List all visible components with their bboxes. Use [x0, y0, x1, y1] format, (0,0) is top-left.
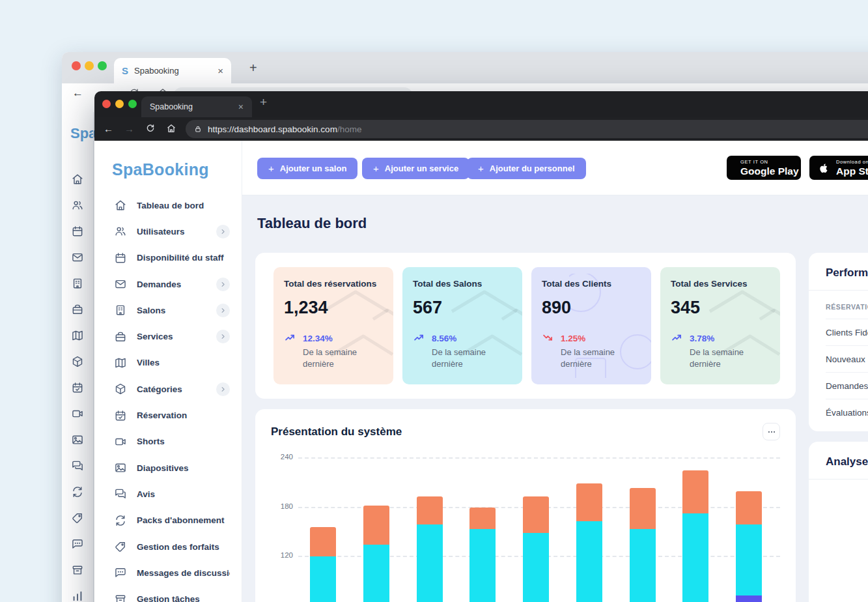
home-icon [71, 173, 84, 186]
y-axis-tick-label: 120 [273, 551, 293, 559]
reload-icon[interactable] [145, 123, 156, 134]
chart-menu-button[interactable] [763, 423, 780, 440]
sidebar-item-mail[interactable]: Demandes [94, 271, 242, 297]
plus-icon: + [373, 163, 379, 174]
sidebar-item-tag[interactable]: Gestion des forfaits [94, 534, 242, 560]
sidebar-item-building[interactable]: Salons [94, 297, 242, 323]
close-window-button[interactable] [72, 61, 81, 70]
users-icon [114, 225, 127, 238]
minimize-window-button[interactable] [115, 100, 124, 108]
image-icon [114, 461, 127, 474]
close-window-button[interactable] [102, 100, 111, 108]
sidebar-item-label: Packs d'abonnement [137, 515, 230, 525]
bar-segment-cyan [469, 529, 496, 602]
expand-chevron[interactable] [216, 304, 230, 317]
sidebar-item-map[interactable]: Villes [94, 350, 242, 376]
tag-icon [114, 540, 127, 553]
minimize-window-button[interactable] [85, 61, 94, 70]
sidebar-item-message-dots[interactable]: Messages de discussion [94, 560, 242, 586]
sidebar-item-refresh[interactable]: Packs d'abonnement [94, 508, 242, 534]
maximize-window-button[interactable] [98, 61, 107, 70]
performance-row: Nouveaux Salons [826, 346, 868, 373]
tag-icon [71, 511, 84, 524]
expand-chevron[interactable] [216, 330, 230, 343]
stat-delta: 3.78% [690, 334, 714, 343]
stat-note: De la semaine dernière [432, 347, 505, 370]
sidebar-item-briefcase[interactable]: Services [94, 323, 242, 349]
video-icon [114, 435, 127, 448]
maximize-window-button[interactable] [128, 100, 137, 108]
back-sidebar-divider [93, 112, 94, 602]
performance-row: Demandes en attente [826, 373, 868, 399]
sidebar-item-label: Catégories [137, 384, 206, 394]
close-tab-icon[interactable]: × [217, 65, 223, 76]
add-button-2[interactable]: +Ajouter un service [362, 158, 469, 179]
back-icon[interactable]: ← [72, 87, 83, 99]
bar-segment-orange [310, 527, 336, 556]
address-bar[interactable]: https://dashboard.spabookin.com/home [186, 120, 868, 138]
sidebar-item-label: Gestion tâches [137, 594, 230, 602]
expand-chevron[interactable] [216, 382, 230, 396]
add-button-3[interactable]: +Ajouter du personnel [467, 158, 586, 179]
bar-segment-orange [630, 488, 656, 529]
bar-group-1 [310, 527, 336, 602]
sidebar-item-label: Réservation [137, 410, 230, 420]
stat-value: 890 [542, 298, 641, 318]
bar-segment-cyan [576, 521, 602, 602]
stat-label: Total des Salons [413, 279, 512, 289]
gridline [298, 457, 780, 459]
sidebar-item-cube[interactable]: Catégories [94, 376, 242, 402]
add-button-1[interactable]: +Ajouter un salon [257, 158, 357, 179]
lock-icon [194, 125, 202, 133]
chart-card: Présentation du système 24018012060 [255, 409, 796, 602]
performance-rows: RÉSERVATIONSClients FidèlesNouveaux Salo… [809, 291, 868, 425]
sidebar-item-calendar-check[interactable]: Réservation [94, 402, 242, 428]
bar-segment-cyan [630, 529, 656, 602]
bar-group-8 [682, 470, 708, 602]
new-tab-button[interactable]: + [260, 95, 267, 109]
message-dots-icon [114, 566, 127, 579]
bar-segment-orange [417, 496, 443, 524]
tab-title: Spabooking [150, 102, 238, 111]
home-icon[interactable] [166, 123, 176, 134]
sidebar-item-label: Disponibilité du staff [137, 253, 230, 263]
calendar-check-icon [114, 409, 127, 422]
performance-row: RÉSERVATIONS [826, 294, 868, 319]
button-label: Ajouter un service [385, 164, 458, 173]
app-store-badge[interactable]: Download on App Store [809, 156, 868, 180]
expand-chevron[interactable] [216, 278, 230, 291]
browser-tab[interactable]: Spabooking × [141, 96, 252, 117]
bar-segment-orange [523, 496, 549, 532]
new-tab-button[interactable]: + [249, 61, 257, 76]
sidebar-item-chat[interactable]: Avis [94, 481, 242, 507]
browser-tab[interactable]: S Spabooking × [114, 58, 231, 83]
sidebar-item-label: Tableau de bord [137, 201, 230, 210]
stat-value: 567 [413, 298, 512, 318]
close-tab-icon[interactable]: × [238, 102, 244, 112]
sidebar-item-box[interactable]: Gestion tâches [94, 586, 242, 602]
video-icon [71, 407, 84, 420]
stat-delta: 8.56% [432, 334, 456, 343]
expand-chevron[interactable] [216, 225, 230, 238]
sidebar-item-home[interactable]: Tableau de bord [94, 192, 242, 218]
bar-segment-cyan [417, 524, 443, 602]
cube-icon [71, 355, 84, 368]
chart-title: Présentation du système [271, 425, 402, 438]
map-icon [71, 329, 84, 342]
google-play-badge[interactable]: GET IT ON Google Play [727, 156, 801, 180]
stats-panel: Total des réservations1,23412.34%De la s… [255, 253, 796, 399]
back-icon[interactable]: ← [104, 123, 113, 134]
trend-up-icon [284, 332, 298, 345]
chart-plot: 24018012060 [273, 450, 780, 602]
forward-icon[interactable]: → [124, 123, 134, 134]
sidebar-item-users[interactable]: Utilisateurs [94, 218, 242, 244]
url-path: /home [337, 124, 362, 134]
plus-icon: + [478, 163, 484, 174]
stat-card-3: Total des Clients8901.25%De la semaine d… [531, 267, 651, 384]
sidebar-item-image[interactable]: Diapositives [94, 455, 242, 481]
bar-segment-cyan [363, 545, 389, 602]
sidebar-item-calendar[interactable]: Disponibilité du staff [94, 245, 242, 271]
sidebar-item-video[interactable]: Shorts [94, 429, 242, 455]
stat-note: De la semaine dernière [561, 347, 634, 370]
stat-card-1: Total des réservations1,23412.34%De la s… [273, 267, 393, 384]
